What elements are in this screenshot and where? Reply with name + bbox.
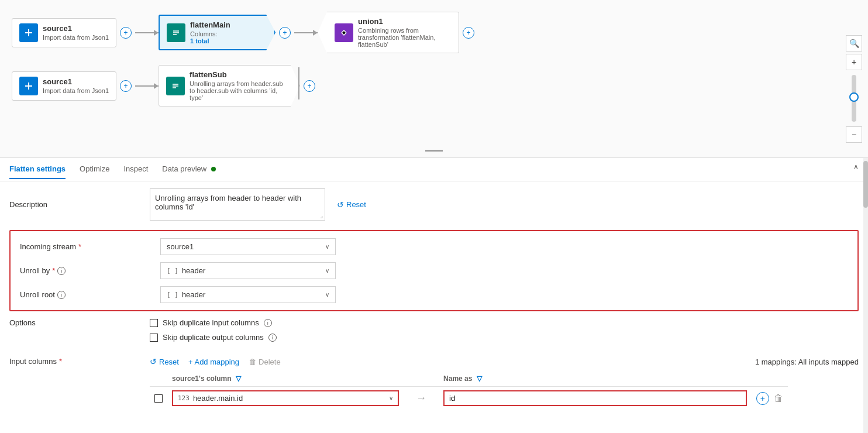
input-columns-row: Input columns * ↺ Reset + Add mapping 🗑 … xyxy=(9,357,859,410)
node-flatten-title: flattenMain xyxy=(190,20,230,29)
canvas-controls: 🔍 + − xyxy=(846,35,862,143)
node-source1-top[interactable]: source1 Import data from Json1 xyxy=(12,18,116,47)
minimize-bar[interactable] xyxy=(425,150,443,152)
required-star-1: * xyxy=(78,242,81,251)
info-icon-skip-input[interactable]: i xyxy=(264,319,272,327)
add-plus-2[interactable]: + xyxy=(279,27,291,39)
unroll-by-dropdown[interactable]: [ ] header ∨ xyxy=(160,262,336,279)
mapping-arrow-icon: → xyxy=(408,392,434,404)
source2-subtitle: Import data from Json1 xyxy=(43,87,109,94)
collapse-button[interactable]: ∧ xyxy=(853,163,859,171)
arrow-col-header xyxy=(404,371,439,387)
mapping-row-highlighted: 123 header.main.id ∨ → xyxy=(150,387,788,410)
flow-row-2: source1 Import data from Json1 + flatten… xyxy=(12,65,854,106)
flow-row-1: source1 Import data from Json1 + flatten… xyxy=(12,12,854,53)
delete-row-button[interactable]: 🗑 xyxy=(774,393,783,404)
chevron-down-icon-4: ∨ xyxy=(389,395,393,401)
zoom-slider[interactable] xyxy=(852,75,856,122)
flatten-sub-title: flattenSub xyxy=(190,70,283,79)
skip-duplicate-input-label: Skip duplicate input columns xyxy=(163,318,259,327)
source-icon-2 xyxy=(19,77,38,95)
target-field-input[interactable] xyxy=(445,391,746,405)
arrow-1 xyxy=(135,32,159,33)
node-union1[interactable]: union1 Combining rows from transformatio… xyxy=(318,12,459,53)
info-icon-unroll-by[interactable]: i xyxy=(57,267,66,275)
flatten-sub-subtitle: Unrolling arrays from header.sub to head… xyxy=(190,80,283,101)
node-flatten-sub[interactable]: flattenSub Unrolling arrays from header.… xyxy=(159,65,300,106)
data-preview-dot xyxy=(211,167,216,171)
incoming-stream-label: Incoming stream * xyxy=(20,242,160,251)
arrow-2 xyxy=(294,32,318,33)
reset-icon-2: ↺ xyxy=(150,357,157,366)
skip-duplicate-output-label: Skip duplicate output columns xyxy=(163,333,264,342)
source-icon xyxy=(19,23,38,42)
add-mapping-button[interactable]: + Add mapping xyxy=(188,358,239,366)
array-icon-2: [ ] xyxy=(167,291,178,298)
v-connector xyxy=(298,67,299,99)
incoming-stream-dropdown[interactable]: source1 ∨ xyxy=(160,238,336,255)
unroll-by-label: Unroll by * i xyxy=(20,266,160,275)
description-reset-button[interactable]: ↺ Reset xyxy=(337,200,366,209)
add-plus-3[interactable]: + xyxy=(463,27,474,39)
unroll-root-dropdown[interactable]: [ ] header ∨ xyxy=(160,286,336,303)
tabs-bar: Flatten settings Optimize Inspect Data p… xyxy=(0,158,868,181)
skip-duplicate-input-checkbox[interactable] xyxy=(150,319,158,327)
resize-handle: ⌟ xyxy=(320,212,323,219)
node-subtitle: Import data from Json1 xyxy=(43,34,109,41)
unroll-root-label: Unroll root i xyxy=(20,290,160,299)
actions-col-header xyxy=(752,371,788,387)
filter-icon-target[interactable]: ▽ xyxy=(477,374,482,383)
union-icon xyxy=(335,23,353,42)
arrow-3 xyxy=(135,85,159,87)
filter-icon-source[interactable]: ▽ xyxy=(236,374,241,383)
reset-icon: ↺ xyxy=(337,200,344,209)
scrollbar-track xyxy=(863,158,868,433)
required-star-3: * xyxy=(59,357,62,366)
unroll-by-row: Unroll by * i [ ] header ∨ xyxy=(20,262,848,279)
delete-icon: 🗑 xyxy=(249,358,256,366)
info-icon-skip-output[interactable]: i xyxy=(268,334,277,342)
info-icon-unroll-root[interactable]: i xyxy=(57,291,66,299)
mappings-count: 1 mappings: All inputs mapped xyxy=(755,358,859,366)
node-flatten-main[interactable]: flattenMain Columns: 1 total xyxy=(159,15,275,50)
add-row-button[interactable]: + xyxy=(756,392,769,405)
zoom-out-button[interactable]: − xyxy=(846,126,862,143)
search-button[interactable]: 🔍 xyxy=(846,35,862,51)
scrollbar-thumb[interactable] xyxy=(863,161,868,208)
target-field-highlighted xyxy=(443,390,747,406)
required-star-2: * xyxy=(52,266,55,275)
name-as-col-header: Name as ▽ xyxy=(439,371,752,387)
add-plus-4[interactable]: + xyxy=(120,80,132,92)
options-label: Options xyxy=(9,318,150,327)
add-plus-1[interactable]: + xyxy=(120,27,132,39)
description-label: Description xyxy=(9,200,150,209)
tab-inspect[interactable]: Inspect xyxy=(123,160,148,179)
zoom-in-button[interactable]: + xyxy=(846,54,862,70)
flow-container: source1 Import data from Json1 + flatten… xyxy=(12,6,854,112)
tab-optimize[interactable]: Optimize xyxy=(80,160,109,179)
node-source1-bottom[interactable]: source1 Import data from Json1 xyxy=(12,71,116,101)
chevron-down-icon-2: ∨ xyxy=(325,267,329,274)
input-columns-label: Input columns * xyxy=(9,357,150,366)
node-flatten-cols-label: Columns: 1 total xyxy=(190,30,230,44)
checkbox-col-header xyxy=(150,371,167,387)
description-textarea[interactable]: Unrolling arrays from header to header w… xyxy=(150,188,325,221)
canvas-area: source1 Import data from Json1 + flatten… xyxy=(0,0,868,158)
union-title: union1 xyxy=(358,17,452,26)
skip-duplicate-output-checkbox[interactable] xyxy=(150,334,158,342)
flatten-icon xyxy=(167,23,185,42)
add-plus-5[interactable]: + xyxy=(304,80,315,92)
row-checkbox[interactable] xyxy=(154,394,163,403)
tab-flatten-settings[interactable]: Flatten settings xyxy=(9,160,66,179)
reset-mapping-button[interactable]: ↺ Reset xyxy=(150,357,179,366)
chevron-down-icon-1: ∨ xyxy=(325,243,329,250)
unroll-root-row: Unroll root i [ ] header ∨ xyxy=(20,286,848,303)
description-row: Description Unrolling arrays from header… xyxy=(9,188,859,221)
field-type-icon: 123 xyxy=(178,394,190,402)
delete-mapping-button[interactable]: 🗑 Delete xyxy=(249,358,281,366)
input-cols-actions: ↺ Reset + Add mapping 🗑 Delete 1 mapping… xyxy=(150,357,859,366)
tab-data-preview[interactable]: Data preview xyxy=(162,160,216,179)
options-row: Options Skip duplicate input columns i S… xyxy=(9,318,859,348)
skip-duplicate-output-row: Skip duplicate output columns i xyxy=(150,333,277,342)
zoom-thumb xyxy=(849,92,859,102)
